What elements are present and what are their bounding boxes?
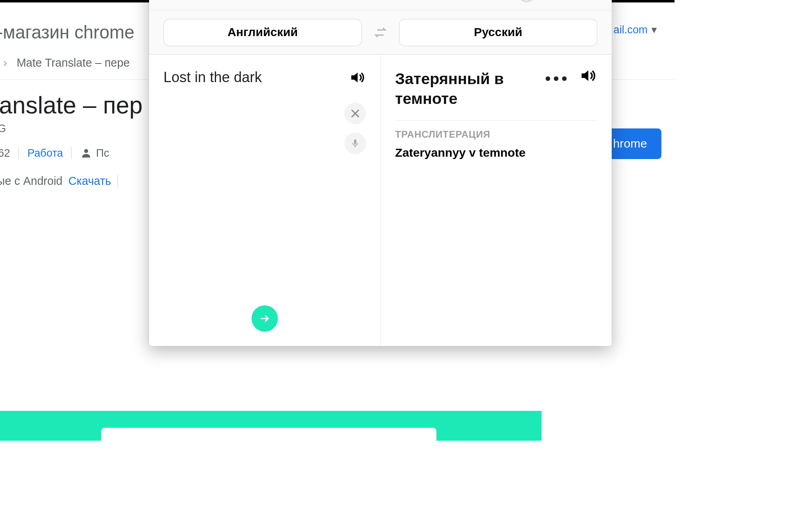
source-column: Lost in the dark xyxy=(149,55,381,346)
divider xyxy=(71,147,72,159)
transliteration-text: Zateryannyy v temnote xyxy=(395,146,597,160)
divider xyxy=(19,147,19,159)
source-text-input[interactable]: Lost in the dark xyxy=(163,69,366,86)
svg-rect-12 xyxy=(354,140,356,144)
svg-point-7 xyxy=(84,149,88,153)
more-actions-button[interactable]: ••• xyxy=(545,69,570,88)
toggle-knob xyxy=(518,0,535,0)
chevron-right-icon: › xyxy=(3,56,7,69)
breadcrumb-current: Mate Translate – пере xyxy=(17,56,130,69)
promo-box xyxy=(101,428,436,441)
user-icon: Пс xyxy=(80,147,109,159)
user-label: Пс xyxy=(96,147,109,159)
target-column: Затерянный в темноте ••• ТРАНСЛИТЕРАЦИЯ … xyxy=(381,55,612,346)
mate-translate-popup: mate Английский Русский Lost in the dark… xyxy=(149,0,612,346)
divider xyxy=(395,120,597,121)
target-language-button[interactable]: Русский xyxy=(399,19,597,46)
speak-target-button[interactable] xyxy=(579,67,597,84)
android-compat-label: Совместимые с Android xyxy=(0,175,62,188)
divider xyxy=(117,175,118,188)
category-link[interactable]: Работа xyxy=(27,147,63,159)
mate-logo: mate xyxy=(210,0,510,2)
mate-body: Lost in the dark Затерянный в темноте ••… xyxy=(149,55,612,346)
clear-button[interactable] xyxy=(344,103,366,124)
chevron-down-icon: ▾ xyxy=(651,23,657,36)
download-link[interactable]: Скачать xyxy=(69,175,111,188)
mate-topbar: mate xyxy=(149,0,612,10)
source-language-button[interactable]: Английский xyxy=(163,19,362,46)
email-suffix: ail.com xyxy=(613,23,647,36)
mic-button[interactable] xyxy=(344,132,366,154)
language-selector-row: Английский Русский xyxy=(149,10,612,55)
translate-button[interactable] xyxy=(251,305,278,332)
cws-email[interactable]: ail.com▾ xyxy=(613,23,657,36)
cws-title: интернет-магазин chrome xyxy=(0,22,134,42)
review-count: 5 962 xyxy=(0,147,10,159)
swap-languages-button[interactable] xyxy=(373,25,388,40)
translation-text: Затерянный в темноте xyxy=(395,69,551,108)
transliteration-label: ТРАНСЛИТЕРАЦИЯ xyxy=(395,129,597,140)
speak-source-button[interactable] xyxy=(349,69,366,86)
